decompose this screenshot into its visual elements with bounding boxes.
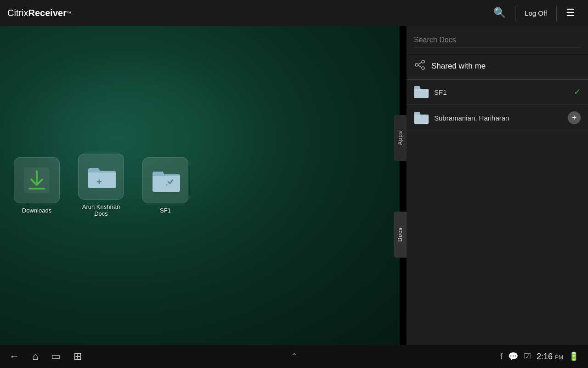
sf1-doc-label: SF1 bbox=[434, 88, 447, 96]
svg-line-5 bbox=[418, 63, 422, 65]
logo-receiver: Receiver bbox=[28, 8, 67, 18]
search-icon: 🔍 bbox=[493, 7, 506, 19]
subramanian-add-button[interactable]: + bbox=[568, 111, 581, 124]
clock: 2:16 PM bbox=[537, 352, 563, 362]
chevron-up-icon[interactable]: ⌃ bbox=[291, 352, 298, 361]
chat-icon: 💬 bbox=[508, 351, 518, 362]
arun-krishnan-icon-box bbox=[78, 154, 124, 200]
shield-icon: ☑ bbox=[524, 351, 531, 362]
logo-citrix: Citrix bbox=[7, 8, 28, 18]
recents-icon[interactable]: ▭ bbox=[51, 351, 61, 362]
downloads-icon-box bbox=[14, 157, 60, 203]
clock-time: 2:16 bbox=[537, 352, 553, 361]
folder-icon-arun bbox=[86, 164, 116, 189]
topbar: Citrix Receiver ™ 🔍 Log Off ☰ bbox=[0, 0, 588, 26]
svg-line-6 bbox=[418, 65, 422, 68]
subramanian-doc-label: Subramanian, Hariharan bbox=[434, 114, 509, 122]
back-icon[interactable]: ← bbox=[9, 351, 19, 362]
sf1-folder-icon bbox=[414, 86, 429, 98]
logoff-button[interactable]: Log Off bbox=[515, 6, 557, 21]
folder-icon-sf1 bbox=[151, 168, 181, 193]
sf1-icon-box bbox=[142, 157, 188, 203]
topbar-actions: 🔍 Log Off ☰ bbox=[488, 3, 581, 23]
share-icon bbox=[414, 60, 426, 73]
bottombar-right: f 💬 ☑ 2:16 PM 🔋 bbox=[500, 351, 579, 362]
arun-krishnan-label: Arun KrishnanDocs bbox=[82, 203, 120, 217]
docs-tab-label: Docs bbox=[397, 227, 403, 242]
sf1-icon-container[interactable]: SF1 bbox=[142, 157, 188, 214]
content-area: Downloads Arun KrishnanDocs SF1 bbox=[0, 26, 400, 345]
app-logo: Citrix Receiver ™ bbox=[7, 8, 71, 18]
sf1-label: SF1 bbox=[160, 207, 171, 214]
svg-point-3 bbox=[422, 67, 424, 69]
apps-tab-label: Apps bbox=[397, 131, 403, 145]
menu-icon: ☰ bbox=[566, 7, 575, 19]
bottombar-left: ← ⌂ ▭ ⊞ bbox=[9, 351, 500, 362]
home-icon[interactable]: ⌂ bbox=[32, 351, 38, 362]
facebook-icon: f bbox=[500, 352, 503, 362]
docs-tab[interactable]: Docs bbox=[394, 212, 407, 258]
search-bar bbox=[407, 26, 588, 53]
apps-tab[interactable]: Apps bbox=[394, 115, 407, 161]
logo-tm: ™ bbox=[67, 11, 71, 16]
subramanian-doc-item[interactable]: Subramanian, Hariharan + bbox=[407, 105, 588, 131]
search-input[interactable] bbox=[414, 33, 581, 47]
arun-krishnan-icon-container[interactable]: Arun KrishnanDocs bbox=[78, 154, 124, 217]
logoff-label: Log Off bbox=[525, 9, 547, 17]
clock-period: PM bbox=[555, 354, 563, 361]
search-button[interactable]: 🔍 bbox=[488, 3, 511, 23]
shared-with-me-label: Shared with me bbox=[431, 62, 486, 71]
apps-grid-icon[interactable]: ⊞ bbox=[74, 351, 82, 362]
subramanian-doc-item-left: Subramanian, Hariharan bbox=[414, 112, 509, 124]
downloads-icon-container[interactable]: Downloads bbox=[14, 157, 60, 214]
subramanian-folder-icon bbox=[414, 112, 429, 124]
bottombar-center: ⌃ bbox=[291, 351, 298, 362]
sf1-doc-item[interactable]: SF1 ✓ bbox=[407, 80, 588, 105]
sf1-doc-item-left: SF1 bbox=[414, 86, 447, 98]
downloads-label: Downloads bbox=[22, 207, 51, 214]
sf1-check-icon: ✓ bbox=[574, 87, 581, 97]
download-icon bbox=[24, 167, 50, 193]
menu-button[interactable]: ☰ bbox=[560, 3, 581, 23]
svg-point-2 bbox=[422, 60, 424, 63]
shared-with-me-section[interactable]: Shared with me bbox=[407, 53, 588, 80]
svg-point-4 bbox=[415, 63, 418, 66]
battery-icon: 🔋 bbox=[569, 351, 579, 362]
bottombar: ← ⌂ ▭ ⊞ ⌃ f 💬 ☑ 2:16 PM 🔋 bbox=[0, 345, 588, 368]
right-panel: Shared with me SF1 ✓ Subramanian, Hariha… bbox=[407, 26, 588, 345]
